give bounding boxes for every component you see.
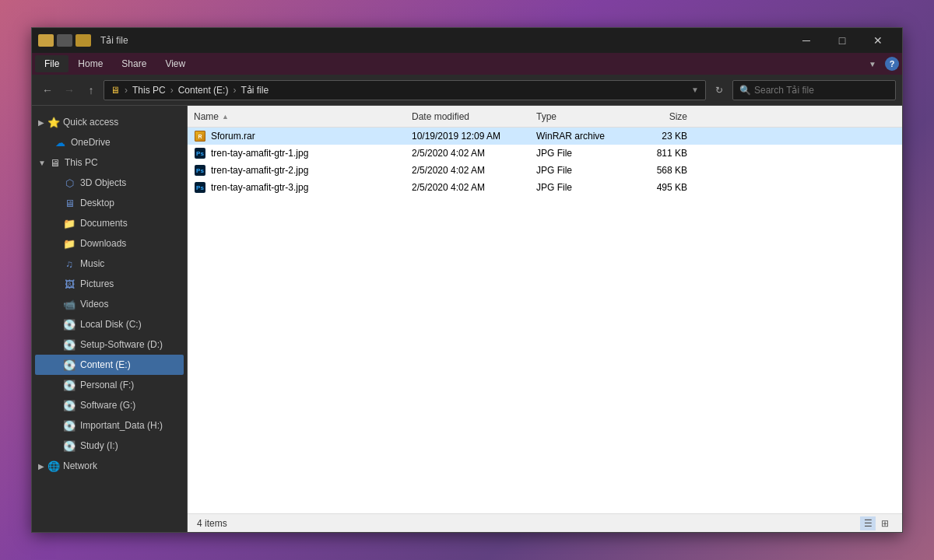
sidebar-local-disk-c[interactable]: 💽 Local Disk (C:)	[35, 314, 184, 334]
window-title: Tải file	[100, 35, 784, 46]
file-type-gtr3: JPG File	[530, 182, 631, 193]
explorer-window: Tải file ─ □ ✕ File Home Share View ▼ ? …	[31, 27, 903, 533]
file-type-gtr2: JPG File	[530, 165, 631, 176]
sidebar-3d-objects[interactable]: ⬡ 3D Objects	[35, 173, 184, 193]
address-sep-2: ›	[170, 85, 174, 96]
view-buttons: ☰ ⊞	[860, 516, 893, 530]
this-pc-icon: 🖥	[49, 156, 61, 169]
menu-view[interactable]: View	[156, 55, 195, 72]
col-header-size[interactable]: Size	[631, 111, 693, 122]
sidebar-study-i[interactable]: 💽 Study (I:)	[35, 436, 184, 456]
file-name-sforum: R Sforum.rar	[188, 130, 406, 142]
personal-f-icon: 💽	[63, 379, 75, 391]
file-type-gtr1: JPG File	[530, 148, 631, 159]
file-size-gtr1: 811 KB	[631, 148, 693, 159]
back-button[interactable]: ←	[38, 81, 57, 100]
maximize-button[interactable]: □	[824, 28, 860, 53]
file-row-sforum[interactable]: R Sforum.rar 10/19/2019 12:09 AM WinRAR …	[188, 128, 902, 145]
col-header-name[interactable]: Name ▲	[188, 111, 406, 122]
sidebar-this-pc-section[interactable]: ▼ 🖥 This PC	[32, 152, 187, 173]
details-view-button[interactable]: ☰	[860, 516, 876, 530]
file-row-gtr3[interactable]: Ps tren-tay-amafit-gtr-3.jpg 2/5/2020 4:…	[188, 179, 902, 196]
address-tai-file[interactable]: Tải file	[241, 85, 269, 96]
file-type-sforum: WinRAR archive	[530, 131, 631, 142]
file-row-gtr1[interactable]: Ps tren-tay-amafit-gtr-1.jpg 2/5/2020 4:…	[188, 145, 902, 162]
address-folder-icon: 🖥	[111, 85, 120, 96]
large-icons-view-button[interactable]: ⊞	[877, 516, 893, 530]
col-header-date[interactable]: Date modified	[406, 111, 530, 122]
minimize-button[interactable]: ─	[788, 28, 824, 53]
setup-software-d-icon: 💽	[63, 338, 75, 351]
sidebar-quick-access[interactable]: ▶ ⭐ Quick access	[32, 112, 187, 132]
file-date-gtr3: 2/5/2020 4:02 AM	[406, 182, 530, 193]
sidebar-videos[interactable]: 📹 Videos	[35, 294, 184, 314]
sidebar-downloads[interactable]: 📁 Downloads	[35, 233, 184, 254]
sidebar-desktop[interactable]: 🖥 Desktop	[35, 193, 184, 213]
file-name-gtr3: Ps tren-tay-amafit-gtr-3.jpg	[188, 181, 406, 194]
jpg-file-icon-3: Ps	[194, 181, 206, 194]
title-bar: Tải file ─ □ ✕	[32, 28, 902, 53]
title-icon-3	[75, 34, 91, 47]
col-header-type[interactable]: Type	[530, 111, 631, 122]
sidebar-content-e[interactable]: 💽 Content (E:)	[35, 355, 184, 375]
software-g-icon: 💽	[63, 399, 75, 411]
address-content-e[interactable]: Content (E:)	[178, 85, 229, 96]
sidebar-software-g[interactable]: 💽 Software (G:)	[35, 395, 184, 415]
file-date-gtr2: 2/5/2020 4:02 AM	[406, 165, 530, 176]
ribbon-dropdown[interactable]: ▼	[863, 54, 882, 73]
content-e-icon: 💽	[63, 359, 75, 371]
address-bar[interactable]: 🖥 › This PC › Content (E:) › Tải file ▼	[104, 80, 706, 100]
file-date-gtr1: 2/5/2020 4:02 AM	[406, 148, 530, 159]
title-icons	[38, 34, 91, 47]
videos-icon: 📹	[63, 298, 75, 310]
menu-file[interactable]: File	[35, 55, 68, 72]
title-icon-1	[38, 34, 54, 47]
local-disk-c-icon: 💽	[63, 318, 75, 331]
menu-home[interactable]: Home	[68, 55, 112, 72]
address-sep-1: ›	[125, 85, 128, 96]
network-icon: 🌐	[47, 460, 60, 472]
file-row-gtr2[interactable]: Ps tren-tay-amafit-gtr-2.jpg 2/5/2020 4:…	[188, 162, 902, 179]
quick-access-icon: ⭐	[47, 116, 60, 128]
jpg-file-icon-1: Ps	[194, 147, 206, 159]
close-button[interactable]: ✕	[860, 28, 896, 53]
file-size-gtr3: 495 KB	[631, 182, 693, 193]
file-header: Name ▲ Date modified Type Size	[188, 106, 902, 128]
content-area: ▶ ⭐ Quick access ☁ OneDrive ▼ 🖥 This PC …	[32, 106, 902, 532]
sidebar-onedrive[interactable]: ☁ OneDrive	[35, 132, 184, 152]
file-list: R Sforum.rar 10/19/2019 12:09 AM WinRAR …	[188, 128, 902, 513]
pictures-icon: 🖼	[63, 278, 75, 290]
sidebar-important-data-h[interactable]: 💽 Important_Data (H:)	[35, 415, 184, 436]
documents-icon: 📁	[63, 217, 75, 229]
file-size-gtr2: 568 KB	[631, 165, 693, 176]
item-count: 4 items	[197, 518, 227, 529]
sidebar-documents[interactable]: 📁 Documents	[35, 213, 184, 233]
downloads-icon: 📁	[63, 237, 75, 250]
menu-share[interactable]: Share	[112, 55, 156, 72]
desktop-icon: 🖥	[63, 197, 75, 209]
file-area: Name ▲ Date modified Type Size R Sforum.…	[188, 106, 902, 532]
search-box[interactable]: 🔍	[732, 80, 896, 100]
title-icon-2	[57, 34, 72, 47]
toolbar: ← → ↑ 🖥 › This PC › Content (E:) › Tải f…	[32, 75, 902, 106]
sidebar: ▶ ⭐ Quick access ☁ OneDrive ▼ 🖥 This PC …	[32, 106, 188, 532]
refresh-button[interactable]: ↻	[709, 80, 729, 100]
sidebar-personal-f[interactable]: 💽 Personal (F:)	[35, 375, 184, 395]
file-name-gtr1: Ps tren-tay-amafit-gtr-1.jpg	[188, 147, 406, 159]
study-i-icon: 💽	[63, 439, 75, 452]
help-button[interactable]: ?	[885, 57, 899, 71]
address-dropdown-btn[interactable]: ▼	[691, 86, 699, 94]
onedrive-icon: ☁	[54, 136, 66, 149]
up-button[interactable]: ↑	[82, 81, 100, 100]
sidebar-network[interactable]: ▶ 🌐 Network	[32, 456, 187, 476]
sidebar-music[interactable]: ♫ Music	[35, 254, 184, 274]
file-date-sforum: 10/19/2019 12:09 AM	[406, 131, 530, 142]
music-icon: ♫	[63, 257, 75, 270]
menu-bar: File Home Share View ▼ ?	[32, 53, 902, 75]
sidebar-pictures[interactable]: 🖼 Pictures	[35, 274, 184, 294]
sidebar-setup-software-d[interactable]: 💽 Setup-Software (D:)	[35, 334, 184, 355]
forward-button[interactable]: →	[60, 81, 79, 100]
search-input[interactable]	[754, 85, 889, 96]
address-thispc[interactable]: This PC	[132, 85, 166, 96]
home-folder-icon: 🖥	[111, 85, 120, 96]
